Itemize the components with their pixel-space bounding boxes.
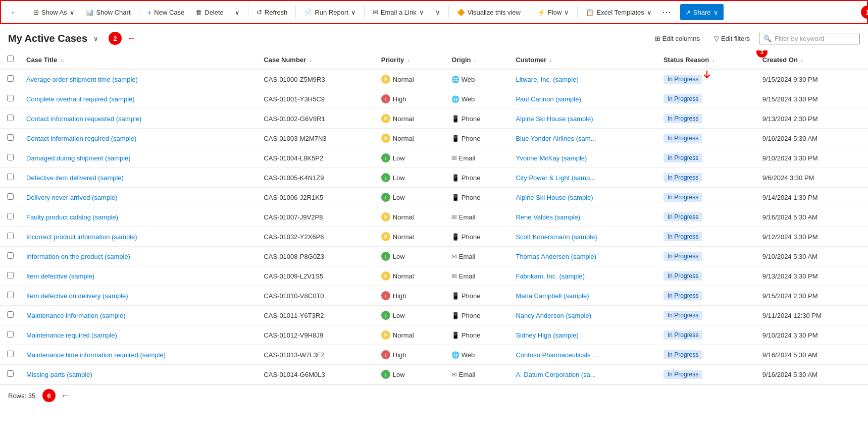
row-checkbox[interactable]	[7, 154, 14, 160]
customer-link[interactable]: Scott Konersmann (sample)	[516, 233, 597, 241]
customer-link[interactable]: A. Datum Corporation (sa...	[516, 371, 595, 378]
customer-cell: Scott Konersmann (sample)	[509, 227, 657, 247]
origin-cell: 🌐 Web	[445, 345, 509, 365]
case-title-link[interactable]: Damaged during shipment (sample)	[26, 154, 131, 162]
status-reason-cell: In Progress	[657, 109, 756, 129]
refresh-button[interactable]: ↺ Refresh	[251, 4, 293, 20]
customer-link[interactable]: Thomas Andersen (sample)	[516, 253, 596, 260]
customer-link[interactable]: Litware, Inc. (sample)	[516, 76, 578, 83]
show-as-button[interactable]: ⊞ Show As ∨	[28, 4, 80, 20]
run-report-button[interactable]: 📄 Run Report ∨	[299, 4, 361, 20]
row-checkbox[interactable]	[7, 351, 14, 357]
new-case-button[interactable]: + New Case	[142, 4, 190, 20]
customer-header[interactable]: Customer ↓	[509, 50, 657, 69]
search-input[interactable]	[775, 35, 855, 42]
delete-button[interactable]: 🗑 Delete	[190, 4, 229, 20]
row-checkbox[interactable]	[7, 115, 14, 121]
customer-link[interactable]: Rene Valdes (sample)	[516, 213, 580, 221]
row-checkbox[interactable]	[7, 331, 14, 338]
customer-link[interactable]: Sidney Higa (sample)	[516, 331, 578, 339]
case-title-header[interactable]: Case Title ↑↓	[20, 50, 258, 69]
row-checkbox[interactable]	[7, 272, 14, 278]
select-all-checkbox[interactable]	[7, 55, 14, 62]
created-on-cell: 9/14/2024 1:30 PM	[756, 188, 868, 207]
row-checkbox[interactable]	[7, 252, 14, 259]
created-on-cell: 9/16/2024 5:30 AM	[756, 129, 868, 148]
refresh-icon: ↺	[257, 9, 262, 16]
show-chart-button[interactable]: 📊 Show Chart	[81, 4, 136, 20]
case-title-link[interactable]: Maintenance required (sample)	[26, 331, 117, 339]
case-title-link[interactable]: Maintenance time information required (s…	[26, 351, 166, 359]
case-title-link[interactable]: Item defective on delivery (sample)	[26, 292, 128, 300]
view-title-chevron: ∨	[93, 35, 98, 42]
row-checkbox[interactable]	[7, 311, 14, 318]
row-checkbox[interactable]	[7, 95, 14, 101]
excel-templates-button[interactable]: 📋 Excel Templates ∨	[581, 4, 656, 20]
customer-link[interactable]: Yvonne McKay (sample)	[516, 154, 587, 162]
customer-link[interactable]: Contoso Pharmaceuticals ...	[516, 351, 598, 359]
created-on-header[interactable]: Created On ↓	[756, 50, 868, 69]
case-title-link[interactable]: Delivery never arrived (sample)	[26, 194, 118, 201]
case-title-link[interactable]: Maintenance information (sample)	[26, 312, 126, 319]
row-checkbox[interactable]	[7, 370, 14, 377]
case-title-link[interactable]: Incorrect product information (sample)	[26, 233, 137, 241]
email-link-button[interactable]: ✉ Email a Link ∨	[368, 4, 429, 20]
row-checkbox[interactable]	[7, 213, 14, 219]
customer-cell: Litware, Inc. (sample)	[509, 70, 657, 89]
priority-sort-icon: ↓	[407, 58, 410, 63]
customer-link[interactable]: Fabrikam, Inc. (sample)	[516, 272, 585, 280]
row-checkbox[interactable]	[7, 75, 14, 82]
origin-cell: ✉ Email	[445, 365, 509, 384]
case-number-cell: CAS-01032-Y2X6P6	[258, 227, 375, 247]
row-checkbox[interactable]	[7, 292, 14, 298]
status-reason-header[interactable]: Status Reason ↓ 3	[657, 50, 756, 69]
created-on-cell: 9/11/2024 12:30 PM	[756, 306, 868, 325]
row-checkbox[interactable]	[7, 193, 14, 200]
flow-button[interactable]: ⚡ Flow ∨	[532, 4, 574, 20]
edit-columns-button[interactable]: ⊞ Edit columns	[650, 32, 705, 45]
case-number-header[interactable]: Case Number ↓	[258, 50, 375, 69]
origin-sort-icon: ↓	[474, 58, 476, 63]
priority-icon: ↓	[381, 370, 390, 379]
priority-icon: ✕	[381, 134, 390, 143]
customer-link[interactable]: Maria Campbell (sample)	[516, 292, 589, 300]
view-title-dropdown[interactable]: ∨	[90, 30, 101, 46]
origin-cell: 📱 Phone	[445, 129, 509, 148]
customer-link[interactable]: Alpine Ski House (sample)	[516, 115, 593, 123]
row-checkbox[interactable]	[7, 174, 14, 180]
case-title-link[interactable]: Item defective (sample)	[26, 272, 94, 280]
edit-filters-button[interactable]: ▽ Edit filters	[709, 32, 755, 45]
table-row: Maintenance time information required (s…	[0, 345, 868, 365]
back-button[interactable]: ←	[5, 4, 22, 20]
customer-link[interactable]: Nancy Anderson (sample)	[516, 312, 591, 319]
customer-link[interactable]: Alpine Ski House (sample)	[516, 194, 593, 201]
origin-header[interactable]: Origin ↓	[445, 50, 509, 69]
case-title-link[interactable]: Average order shipment time (sample)	[26, 76, 138, 83]
priority-header[interactable]: Priority ↓	[375, 50, 445, 69]
share-chevron: ∨	[713, 9, 719, 16]
visualize-button[interactable]: 🔶 Visualize this view	[452, 4, 526, 20]
more-actions-button[interactable]: ⋯	[658, 5, 675, 19]
email-dropdown-button[interactable]: ∨	[430, 4, 445, 20]
customer-link[interactable]: Blue Yonder Airlines (sam...	[516, 135, 596, 142]
delete-label: Delete	[205, 9, 224, 16]
delete-dropdown-button[interactable]: ∨	[230, 4, 245, 20]
case-title-sort-icon: ↑↓	[60, 58, 65, 63]
customer-cell: City Power & Light (samp...	[509, 168, 657, 188]
case-title-link[interactable]: Faulty product catalog (sample)	[26, 213, 118, 221]
case-title-link[interactable]: Contact information required (sample)	[26, 135, 136, 142]
share-button[interactable]: ↗ Share ∨	[680, 4, 724, 20]
row-checkbox[interactable]	[7, 134, 14, 141]
case-title-link[interactable]: Contact information requested (sample)	[26, 115, 141, 123]
case-title-link[interactable]: Complete overhaul required (sample)	[26, 95, 135, 103]
case-title-link[interactable]: Missing parts (sample)	[26, 371, 92, 378]
origin-icon: 🌐	[451, 351, 459, 359]
separator-7	[529, 6, 529, 18]
case-title-link[interactable]: Information on the product (sample)	[26, 253, 130, 260]
show-as-chevron: ∨	[70, 9, 75, 16]
case-title-link[interactable]: Defective item delivered (sample)	[26, 174, 124, 182]
customer-link[interactable]: City Power & Light (samp...	[516, 174, 595, 182]
customer-link[interactable]: Paul Cannon (sample)	[516, 95, 581, 103]
origin-icon: ✉	[451, 371, 457, 378]
row-checkbox[interactable]	[7, 233, 14, 239]
